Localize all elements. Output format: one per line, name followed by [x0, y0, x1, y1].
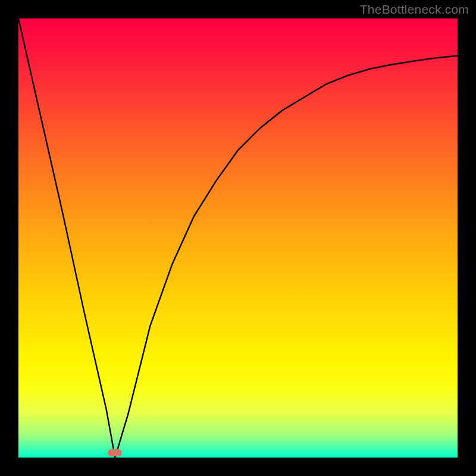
- chart-frame: TheBottleneck.com: [0, 0, 476, 476]
- watermark-text: TheBottleneck.com: [360, 2, 469, 17]
- bottleneck-curve: [18, 18, 458, 458]
- curve-path: [18, 18, 458, 458]
- current-point-marker: [108, 449, 122, 456]
- plot-area: [18, 18, 458, 458]
